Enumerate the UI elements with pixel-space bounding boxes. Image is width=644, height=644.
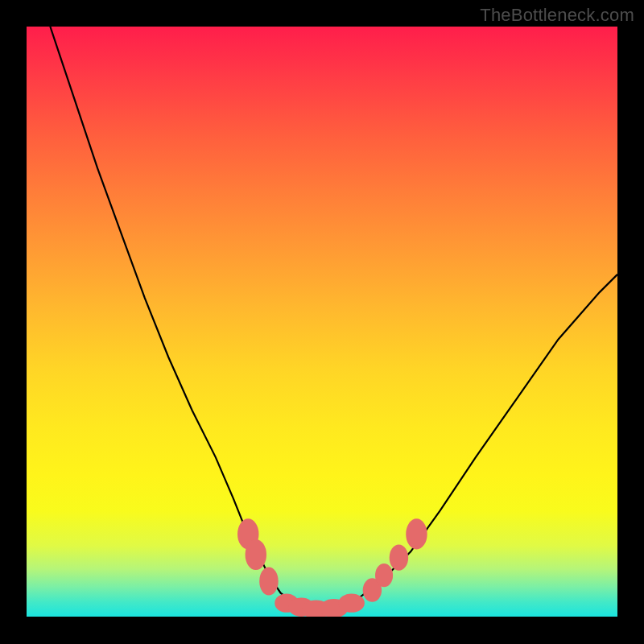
curve-marker <box>375 564 393 587</box>
curve-marker <box>246 539 266 570</box>
curve-marker <box>390 545 408 571</box>
plot-area <box>27 27 617 617</box>
curve-path <box>50 27 617 609</box>
attribution-text: TheBottleneck.com <box>480 5 634 26</box>
curve-marker <box>259 567 278 595</box>
curve-marker <box>406 518 427 549</box>
chart-frame: TheBottleneck.com <box>0 0 644 644</box>
curve-marker <box>339 593 365 612</box>
bottleneck-curve <box>27 27 617 617</box>
